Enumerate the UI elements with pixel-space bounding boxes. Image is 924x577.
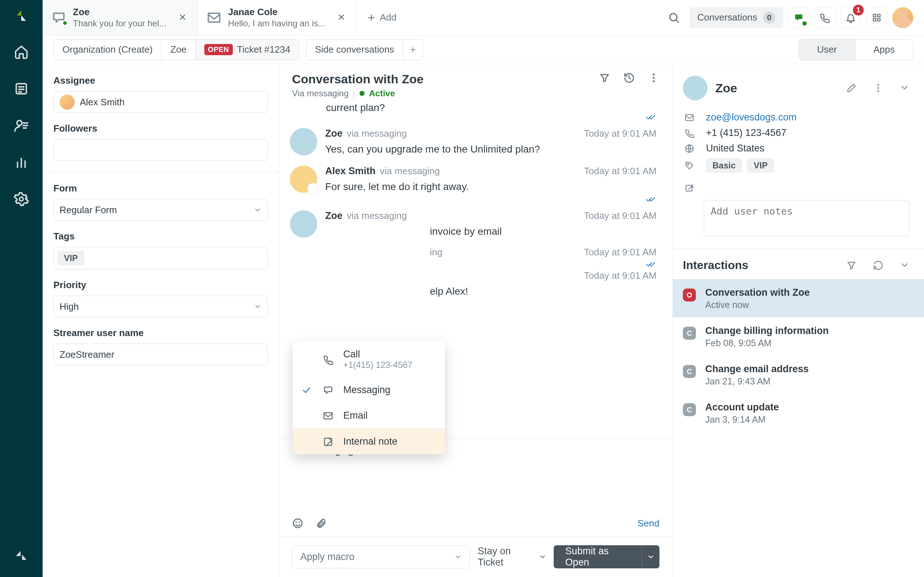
search-icon[interactable]: [663, 7, 684, 28]
notifications-icon[interactable]: 1: [840, 7, 861, 28]
user-email[interactable]: zoe@lovesdogs.com: [706, 112, 796, 123]
form-select[interactable]: Regular Form: [53, 199, 268, 221]
interaction-item[interactable]: C Change email address Jan 21, 9:43 AM: [673, 356, 924, 394]
notifications-count: 1: [853, 5, 864, 16]
interaction-badge: C: [683, 403, 696, 416]
svg-point-37: [877, 90, 879, 92]
brand-logo[interactable]: [11, 5, 32, 26]
filter-icon[interactable]: [599, 72, 611, 84]
history-icon[interactable]: [624, 72, 635, 84]
send-button[interactable]: Send: [637, 518, 659, 529]
channel-option-internal-note[interactable]: Internal note: [293, 429, 445, 455]
form-label: Form: [53, 183, 268, 194]
chat-status-icon[interactable]: [788, 7, 809, 28]
conversations-label: Conversations: [697, 12, 757, 23]
breadcrumb-org[interactable]: Organization (Create): [54, 40, 162, 60]
user-avatar: [683, 76, 708, 100]
breadcrumb-group: Organization (Create) Zoe OPEN Ticket #1…: [53, 39, 299, 60]
tag-chip[interactable]: VIP: [747, 158, 774, 173]
add-tab-button[interactable]: Add: [357, 0, 406, 35]
svg-point-36: [877, 87, 879, 89]
svg-rect-30: [324, 413, 333, 419]
profile-avatar[interactable]: [892, 7, 913, 28]
top-tab-bar: Zoe Thank you for your hel... ✕ Janae Co…: [43, 0, 924, 35]
nav-views-icon[interactable]: [10, 78, 32, 100]
tags-label: Tags: [53, 231, 268, 242]
channel-option-messaging[interactable]: Messaging: [293, 377, 445, 403]
submit-dropdown[interactable]: [642, 545, 659, 568]
close-icon[interactable]: ✕: [176, 10, 189, 24]
followers-field[interactable]: [53, 139, 268, 161]
stay-on-ticket-select[interactable]: Stay on Ticket: [478, 546, 546, 568]
overflow-icon[interactable]: [648, 72, 659, 84]
refresh-icon[interactable]: [873, 260, 884, 271]
submit-button[interactable]: Submit as Open: [554, 545, 642, 568]
tags-field[interactable]: VIP: [53, 247, 268, 269]
tag-chip[interactable]: VIP: [57, 251, 84, 266]
priority-select[interactable]: High: [53, 296, 268, 318]
svg-rect-41: [686, 185, 692, 191]
chevron-down-icon: [539, 553, 546, 561]
tag-chip[interactable]: Basic: [706, 158, 742, 173]
overflow-icon[interactable]: [873, 82, 884, 93]
avatar: [290, 128, 317, 155]
edit-icon[interactable]: [846, 82, 857, 93]
channel-option-call[interactable]: Call +1(415) 123-4567: [293, 342, 445, 377]
nav-reporting-icon[interactable]: [10, 152, 32, 173]
channel-option-email[interactable]: Email: [293, 403, 445, 429]
assignee-field[interactable]: Alex Smith: [53, 91, 268, 113]
interaction-sub: Feb 08, 9:05 AM: [705, 338, 829, 348]
interaction-item[interactable]: C Change billing information Feb 08, 9:0…: [673, 318, 924, 356]
svg-point-34: [299, 522, 299, 522]
panel-user-tab[interactable]: User: [799, 40, 855, 60]
apply-macro-select[interactable]: Apply macro: [292, 545, 470, 568]
breadcrumb-user[interactable]: Zoe: [162, 40, 195, 60]
tab-subtitle: Hello, I am having an is...: [228, 18, 325, 29]
talk-status-icon[interactable]: [814, 7, 835, 28]
email-icon: [321, 410, 334, 421]
delivered-check-icon: [646, 261, 672, 268]
chevron-down-icon[interactable]: [900, 82, 909, 93]
svg-marker-0: [16, 10, 21, 16]
external-icon: [683, 184, 696, 193]
interaction-sub: Active now: [705, 300, 810, 310]
nav-zendesk-icon[interactable]: [10, 545, 32, 566]
breadcrumb-ticket[interactable]: OPEN Ticket #1234: [195, 40, 299, 60]
interaction-item[interactable]: C Account update Jan 3, 9:14 AM: [673, 394, 924, 432]
workspace-tab[interactable]: Zoe Thank you for your hel... ✕: [43, 0, 198, 35]
emoji-icon[interactable]: [292, 517, 304, 529]
nav-customers-icon[interactable]: [10, 115, 32, 136]
svg-rect-38: [686, 114, 693, 120]
streamer-field[interactable]: ZoeStreamer: [53, 344, 268, 365]
assignee-label: Assignee: [53, 75, 268, 86]
attachment-icon[interactable]: [316, 517, 327, 529]
svg-point-35: [877, 84, 879, 86]
nav-home-icon[interactable]: [10, 41, 32, 63]
apps-grid-icon[interactable]: [866, 7, 887, 28]
svg-rect-23: [874, 18, 876, 21]
message-text: current plan?: [279, 102, 672, 114]
interaction-item[interactable]: O Conversation with Zoe Active now: [673, 279, 924, 318]
message-via: via messaging: [347, 128, 407, 139]
user-context-panel: Zoe zoe@lovesdogs.com +1 (415) 123-4567: [673, 64, 924, 577]
side-conversations-button[interactable]: Side conversations: [306, 39, 423, 60]
panel-apps-tab[interactable]: Apps: [855, 40, 913, 60]
interaction-title: Conversation with Zoe: [705, 287, 810, 298]
plus-icon[interactable]: [403, 40, 423, 60]
close-icon[interactable]: ✕: [334, 10, 348, 24]
tab-title: Janae Cole: [228, 6, 325, 18]
message-author: Zoe: [325, 128, 342, 139]
message-text: invoice by email: [325, 226, 657, 237]
tab-subtitle: Thank you for your hel...: [73, 18, 166, 29]
workspace-tab[interactable]: Janae Cole Hello, I am having an is... ✕: [198, 0, 357, 35]
tab-title: Zoe: [73, 6, 166, 18]
nav-admin-icon[interactable]: [10, 188, 32, 210]
conversations-button[interactable]: Conversations 0: [690, 7, 783, 28]
message-text: elp Alex!: [325, 285, 657, 297]
streamer-label: Streamer user name: [53, 327, 268, 338]
filter-icon[interactable]: [846, 260, 857, 271]
message-author: Alex Smith: [325, 166, 376, 177]
chevron-down-icon[interactable]: [900, 260, 909, 271]
user-notes-textarea[interactable]: [704, 200, 909, 236]
context-bar: Organization (Create) Zoe OPEN Ticket #1…: [43, 35, 924, 64]
